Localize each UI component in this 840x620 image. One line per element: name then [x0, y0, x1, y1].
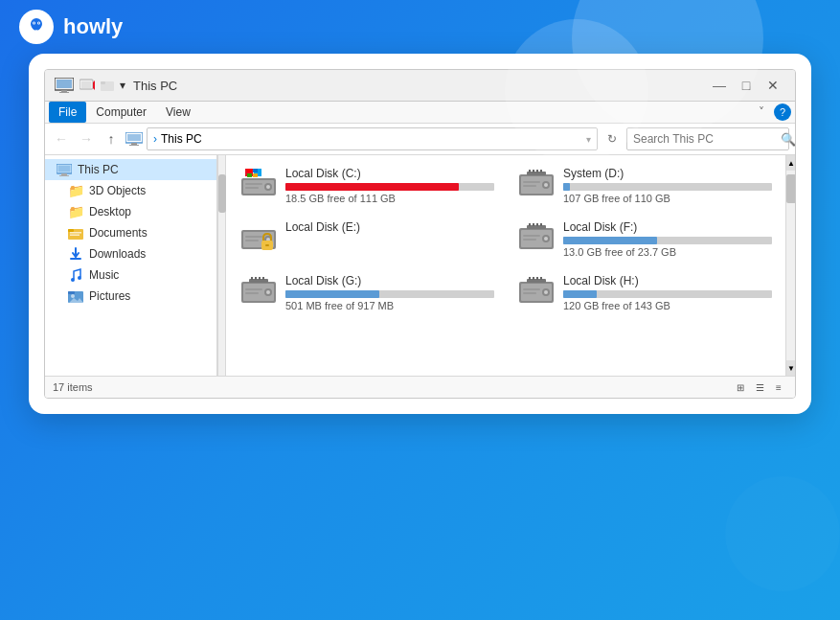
- disk-info-0: Local Disk (C:) 18.5 GB free of 111 GB: [285, 167, 494, 204]
- svg-rect-6: [57, 80, 72, 88]
- disk-info-2: Local Disk (E:): [285, 220, 494, 237]
- svg-rect-20: [59, 175, 69, 176]
- svg-rect-55: [540, 170, 542, 172]
- svg-point-48: [544, 183, 548, 187]
- svg-rect-35: [245, 183, 262, 185]
- disk-item-local-disk-(g:)[interactable]: Local Disk (G:) 501 MB free of 917 MB: [236, 270, 498, 316]
- sidebar-item-desktop[interactable]: 📁 Desktop: [45, 201, 216, 222]
- hdd-windows-icon: [239, 167, 278, 201]
- menu-help-button[interactable]: ?: [774, 103, 791, 121]
- svg-rect-16: [129, 145, 139, 146]
- svg-rect-42: [253, 169, 258, 172]
- nav-back-button[interactable]: ←: [51, 128, 72, 149]
- view-details-button[interactable]: ≡: [770, 379, 787, 396]
- svg-rect-94: [533, 277, 534, 280]
- howly-logo-icon: [26, 16, 47, 37]
- svg-rect-24: [70, 235, 79, 237]
- address-path-text: This PC: [161, 132, 202, 146]
- svg-point-27: [78, 276, 81, 280]
- svg-rect-72: [533, 223, 534, 226]
- disk-bar-fill: [563, 183, 570, 191]
- svg-rect-43: [247, 173, 252, 177]
- disk-item-local-disk-(h:)[interactable]: Local Disk (H:) 120 GB free of 143 GB: [513, 270, 776, 316]
- sidebar-label-desktop: Desktop: [89, 205, 131, 218]
- disk-name-3: Local Disk (F:): [563, 220, 772, 234]
- sidebar-item-this-pc[interactable]: This PC: [45, 159, 216, 180]
- disk-bar-container: [285, 290, 494, 298]
- disk-item-local-disk-(e:)[interactable]: Local Disk (E:): [236, 217, 498, 263]
- menu-view[interactable]: View: [156, 102, 200, 123]
- sidebar: This PC 📁 3D Objects 📁 Desktop: [45, 155, 217, 376]
- view-large-icons-button[interactable]: ⊞: [732, 379, 749, 396]
- svg-rect-96: [540, 277, 542, 280]
- bg-decoration-3: [725, 476, 840, 591]
- svg-rect-29: [68, 291, 75, 294]
- disk-icon-4: [239, 274, 278, 312]
- folder-docs-icon: [68, 225, 83, 241]
- disk-bar-fill: [563, 290, 597, 298]
- disk-icon-1: [517, 167, 556, 205]
- svg-rect-50: [523, 185, 536, 187]
- monitor-icon: [55, 78, 74, 93]
- svg-point-34: [266, 185, 270, 189]
- svg-point-89: [544, 290, 548, 294]
- folder-icon-sm: [101, 79, 114, 92]
- search-icon: 🔍: [781, 132, 796, 147]
- search-input[interactable]: [633, 132, 777, 146]
- disk-bar-fill: [285, 183, 459, 191]
- svg-rect-44: [253, 173, 258, 177]
- svg-rect-74: [540, 223, 542, 226]
- sidebar-label-pictures: Pictures: [89, 289, 130, 303]
- nav-up-button[interactable]: ↑: [101, 128, 122, 149]
- disk-item-local-disk-(f:)[interactable]: Local Disk (F:) 13.0 GB free of 23.7 GB: [513, 217, 776, 263]
- disk-free-text: 18.5 GB free of 111 GB: [285, 193, 494, 204]
- music-icon: [68, 267, 83, 283]
- disk-icon-5: [517, 274, 556, 312]
- svg-rect-22: [68, 229, 74, 232]
- menu-computer[interactable]: Computer: [86, 102, 156, 123]
- disk-name-5: Local Disk (H:): [563, 274, 772, 287]
- svg-rect-18: [58, 165, 71, 172]
- title-text: ▾: [120, 79, 125, 92]
- svg-rect-23: [70, 232, 81, 234]
- svg-rect-79: [245, 288, 262, 290]
- close-button[interactable]: ✕: [761, 76, 785, 95]
- menu-chevron: ˅: [759, 105, 770, 119]
- svg-rect-10: [81, 81, 91, 88]
- svg-rect-25: [70, 258, 81, 260]
- disk-icon-2: [239, 220, 278, 259]
- svg-point-26: [71, 278, 75, 282]
- main-scrollbar[interactable]: ▲ ▼: [785, 155, 795, 376]
- svg-rect-71: [529, 223, 531, 226]
- disk-bar-fill: [285, 290, 379, 298]
- disk-info-1: System (D:) 107 GB free of 110 GB: [563, 167, 772, 204]
- scroll-thumb: [786, 174, 796, 203]
- view-list-button[interactable]: ☰: [751, 379, 768, 396]
- sidebar-item-pictures[interactable]: Pictures: [45, 286, 216, 307]
- sidebar-item-downloads[interactable]: Downloads: [45, 243, 216, 264]
- sidebar-item-3d-objects[interactable]: 📁 3D Objects: [45, 180, 216, 201]
- disk-free-text: 120 GB free of 143 GB: [563, 300, 772, 311]
- this-pc-icon: [57, 162, 72, 177]
- pictures-icon: [68, 288, 83, 304]
- app-title: howly: [63, 14, 123, 39]
- scroll-up-button[interactable]: ▲: [786, 155, 796, 171]
- svg-rect-73: [536, 223, 538, 226]
- sidebar-item-documents[interactable]: Documents: [45, 222, 216, 243]
- address-path-separator: ›: [153, 132, 157, 146]
- disk-bar-container: [563, 183, 772, 191]
- svg-rect-84: [259, 277, 261, 280]
- sidebar-item-music[interactable]: Music: [45, 264, 216, 286]
- menu-file[interactable]: File: [49, 102, 86, 123]
- svg-rect-7: [61, 90, 67, 92]
- scroll-down-button[interactable]: ▼: [786, 360, 796, 376]
- item-count: 17 items: [53, 381, 93, 393]
- svg-rect-12: [101, 81, 105, 84]
- disk-item-system-(d:)[interactable]: System (D:) 107 GB free of 110 GB: [513, 163, 776, 209]
- disk-grid: Local Disk (C:) 18.5 GB free of 111 GB: [226, 155, 785, 376]
- hdd-icon: [239, 274, 278, 309]
- disk-item-local-disk-(c:)[interactable]: Local Disk (C:) 18.5 GB free of 111 GB: [236, 163, 498, 209]
- sidebar-scrollbar[interactable]: [217, 155, 225, 376]
- nav-forward-button[interactable]: →: [76, 128, 97, 149]
- svg-rect-49: [523, 181, 540, 183]
